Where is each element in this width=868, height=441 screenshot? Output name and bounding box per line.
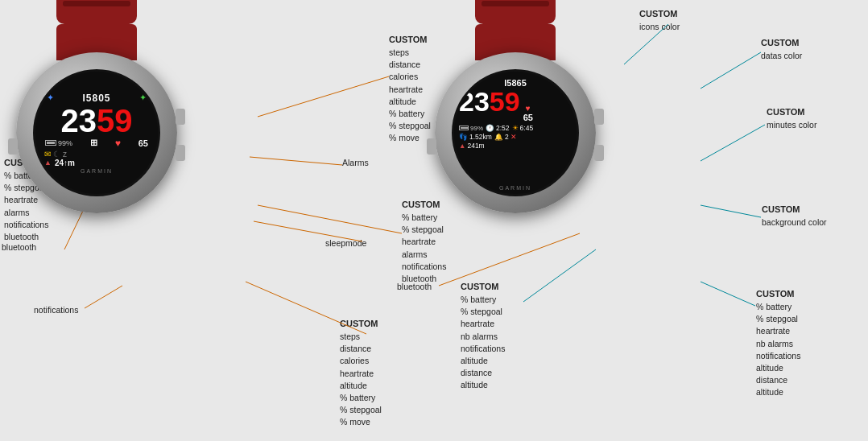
right-hours: 23: [459, 88, 490, 115]
left-screen: ✦ I5805 ✦ 23 59 99% ⊞ ♥: [35, 72, 158, 194]
svg-line-11: [701, 125, 765, 161]
svg-line-6: [258, 205, 402, 233]
ann-bluetooth-left: bluetooth: [2, 241, 36, 253]
left-strap-ridge1: [63, 1, 130, 6]
ann-custom-datas-color: CUSTOM datas color: [761, 37, 802, 62]
left-btn-top-right[interactable]: [176, 109, 185, 125]
left-bigtime: 23 59: [61, 105, 133, 137]
left-btn-left[interactable]: [8, 138, 18, 155]
ann-custom-top-right: CUSTOM steps distance calories heartrate…: [389, 34, 431, 145]
right-hr-val: 65: [523, 113, 533, 122]
right-x-icon: ✕: [510, 133, 517, 141]
right-sunrise-item: ☀ 6:45: [512, 124, 534, 132]
left-battery: 99%: [45, 139, 72, 147]
right-bell-icon: 🔔: [494, 133, 503, 141]
right-garmin-label: GARMIN: [459, 185, 572, 191]
ann-custom-minutes-color: CUSTOM minutes color: [767, 106, 816, 131]
left-btn-bottom-right[interactable]: [176, 145, 185, 161]
left-strap-bottom: [56, 0, 137, 24]
right-btn-left[interactable]: [427, 138, 436, 155]
right-mountain-icon: ▲: [459, 142, 465, 150]
ann-sleepmode: sleepmode: [325, 237, 366, 249]
ann-custom-right-mid: CUSTOM % battery % stepgoal heartrate nb…: [461, 281, 505, 392]
ann-notifications-left: notifications: [34, 304, 78, 316]
right-strap-bottom: [475, 0, 556, 24]
left-watch-case: ✦ I5805 ✦ 23 59 99% ⊞ ♥: [16, 52, 177, 213]
left-row3: 99% ⊞ ♥ 65: [40, 138, 153, 149]
svg-line-3: [258, 76, 389, 117]
right-alarms-val: 2: [505, 133, 509, 141]
right-data-row1: 99% 🕐 2:52 ☀ 6:45: [459, 124, 572, 132]
right-time2-val: 2:52: [496, 124, 510, 132]
ann-alarms: Alarms: [342, 157, 369, 169]
left-moon-icon: ☾: [53, 150, 60, 159]
left-z-icon: z: [63, 150, 67, 159]
ann-custom-bottom-right: CUSTOM steps distance calories heartrate…: [340, 318, 382, 429]
right-alarms-item: 🔔 2 ✕: [494, 133, 517, 141]
right-alt-val: 241m: [467, 142, 484, 150]
ann-custom-mid-right: CUSTOM % battery % stepgoal heartrate al…: [402, 199, 446, 285]
ann-custom-icons-color: CUSTOM icons color: [639, 8, 680, 33]
svg-line-16: [701, 282, 755, 306]
left-steps2: ⊞: [90, 138, 97, 148]
svg-line-10: [701, 52, 761, 89]
right-time2-icon: 🕐: [486, 124, 494, 132]
left-alt-row: ▲ 24↑m: [40, 159, 153, 167]
bluetooth-icon-left: ✦: [47, 93, 54, 103]
right-bigtime: 23 59 ♥ 65: [459, 88, 572, 122]
right-heart-icon: ♥: [526, 104, 531, 113]
leaf-icon-left: ✦: [139, 93, 147, 103]
ann-custom-right-bottom: CUSTOM % battery % stepgoal heartrate nb…: [756, 288, 800, 399]
left-steps-display: I5805: [82, 93, 110, 104]
left-hr-val: 65: [138, 138, 148, 148]
left-envelope-icon: ✉: [44, 150, 51, 159]
right-sunrise-val: 6:45: [520, 124, 534, 132]
right-minutes: 59: [490, 88, 520, 115]
right-strap-ridge1: [482, 1, 549, 6]
left-hours: 23: [61, 105, 97, 137]
left-garmin-label: GARMIN: [40, 168, 153, 174]
page: ✦ I5805 ✦ 23 59 99% ⊞ ♥: [0, 0, 868, 441]
left-mountain-icon: ▲: [44, 159, 52, 167]
left-altitude: 24↑m: [55, 159, 75, 167]
svg-line-4: [250, 157, 342, 165]
right-watch-case: ✦ I5865 ✦ 23 59 ♥ 65: [435, 52, 596, 213]
right-bluetooth-icon: ✦: [459, 79, 465, 88]
svg-line-13: [701, 205, 761, 217]
left-minutes: 59: [97, 105, 133, 137]
ann-custom-background: CUSTOM background color: [762, 204, 827, 229]
ann-bluetooth-right: bluetooth: [397, 281, 432, 293]
right-screen-bezel: ✦ I5865 ✦ 23 59 ♥ 65: [452, 69, 579, 196]
right-leaf-icon: ✦: [565, 79, 572, 88]
right-steps-icon: 👣: [459, 133, 468, 141]
right-time2-item: 🕐 2:52: [486, 124, 510, 132]
right-batt-pct: 99%: [470, 125, 483, 132]
left-batt-pct: 99%: [58, 139, 72, 147]
right-btn-bottom-right[interactable]: [594, 145, 604, 161]
svg-line-2: [85, 286, 122, 308]
right-data-rows: 99% 🕐 2:52 ☀ 6:45: [459, 124, 572, 150]
svg-line-15: [439, 233, 580, 286]
right-alt-item: ▲ 241m: [459, 142, 485, 150]
svg-line-14: [523, 249, 596, 302]
right-steps-val: 1.52km: [469, 133, 492, 141]
left-row1: ✦ I5805 ✦: [40, 93, 153, 104]
right-steps-item: 👣 1.52km: [459, 133, 492, 141]
left-row4: ✉ ☾ z: [40, 150, 153, 159]
right-btn-top-right[interactable]: [594, 109, 604, 125]
right-data-row2: 👣 1.52km 🔔 2 ✕: [459, 133, 572, 141]
right-sunrise-icon: ☀: [512, 124, 519, 132]
left-heart-icon: ♥: [115, 138, 121, 149]
right-screen: ✦ I5865 ✦ 23 59 ♥ 65: [454, 72, 577, 194]
right-batt-item: 99%: [459, 125, 483, 132]
right-data-row3: ▲ 241m: [459, 142, 572, 150]
left-screen-bezel: ✦ I5805 ✦ 23 59 99% ⊞ ♥: [33, 69, 160, 196]
